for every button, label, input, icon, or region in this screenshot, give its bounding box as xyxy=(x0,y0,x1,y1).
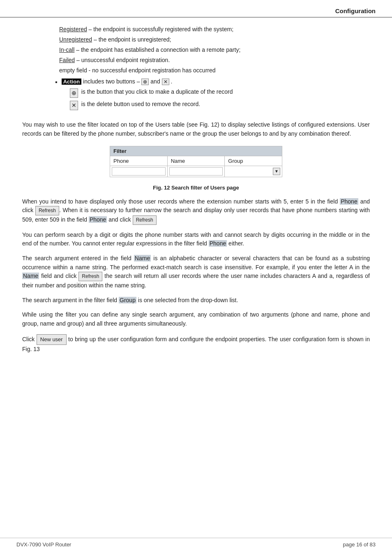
filter-phone-header: Phone xyxy=(110,156,168,166)
footer-page: page 16 of 83 xyxy=(343,541,376,548)
action-content: Action includes two buttons – ⊕ and ✕ . … xyxy=(62,78,370,112)
filter-intro-text: You may wish to use the filter located o… xyxy=(22,121,370,137)
group-highlight-1: Group xyxy=(119,297,136,303)
registered-label: Registered xyxy=(59,26,87,32)
action-text2: and xyxy=(150,78,161,85)
paragraph-search4: The search argument in the filter field … xyxy=(22,296,370,305)
phone-highlight-3: Phone xyxy=(209,240,227,247)
delete-button-icon[interactable]: ✕ xyxy=(162,79,169,85)
filter-column-row: Phone Name Group xyxy=(110,156,282,166)
refresh-button-3[interactable]: Refresh xyxy=(78,272,102,281)
paragraph-search1: When you intend to have displayed only t… xyxy=(22,197,370,225)
footer-product: DVX-7090 VoIP Router xyxy=(16,541,71,548)
name-highlight-2: Name xyxy=(22,273,39,279)
paragraph-new-user: Click New user to bring up the user conf… xyxy=(22,334,370,354)
filter-name-input[interactable] xyxy=(169,167,223,176)
delete-text: is the delete button used to remove the … xyxy=(81,100,201,109)
search2-text-a: You can perform search by a digit or dig… xyxy=(22,231,370,247)
status-unregistered: Unregistered – the endpoint is unregiste… xyxy=(59,35,370,44)
phone-highlight-1: Phone xyxy=(340,198,358,205)
paragraph-search2: You can perform search by a digit or dig… xyxy=(22,231,370,248)
filter-group-cell: ▼ xyxy=(225,166,282,177)
page-footer: DVX-7090 VoIP Router page 16 of 83 xyxy=(0,538,392,548)
copy-text: is the button that you click to make a d… xyxy=(81,88,233,96)
unregistered-text: – the endpoint is unregistered; xyxy=(92,36,171,43)
new-user-text-a: Click xyxy=(22,335,37,342)
filter-group-dropdown[interactable]: ▼ xyxy=(273,168,280,175)
filter-box-header: Filter xyxy=(110,146,282,156)
filter-group-header: Group xyxy=(225,156,282,166)
delete-explanation: ✕ is the delete button used to remove th… xyxy=(70,100,370,110)
filter-intro-paragraph: You may wish to use the filter located o… xyxy=(22,120,370,138)
copy-explanation: ⊕ is the button that you click to make a… xyxy=(70,88,370,98)
status-registered: Registered – the endpoint is successfull… xyxy=(59,25,370,34)
filter-name-cell xyxy=(168,166,225,177)
unregistered-label: Unregistered xyxy=(59,36,92,43)
failed-label: Failed xyxy=(59,57,75,63)
search1-text-c: . When it is necessary to further narrow… xyxy=(22,207,370,223)
delete-icon: ✕ xyxy=(70,101,78,110)
status-empty: empty field - no successful endpoint reg… xyxy=(59,66,370,75)
new-user-text-b: to bring up the user configuration form … xyxy=(22,335,370,352)
search4-text-a: The search argument in the filter field xyxy=(22,297,119,303)
incall-text: – the endpoint has established a connect… xyxy=(74,46,240,53)
search3-text-c: field and click xyxy=(39,273,78,279)
incall-label: In-call xyxy=(59,46,74,53)
action-bullet: ▪ Action includes two buttons – ⊕ and ✕ … xyxy=(55,78,370,112)
fig-caption: Fig. 12 Search filter of Users page xyxy=(22,185,370,191)
bullet-icon: ▪ xyxy=(55,79,58,86)
status-failed: Failed – unsuccessful endpoint registrat… xyxy=(59,56,370,65)
search2-text-b: either. xyxy=(227,240,244,247)
main-content: Registered – the endpoint is successfull… xyxy=(0,25,392,384)
status-list: Registered – the endpoint is successfull… xyxy=(59,25,370,75)
action-text1: includes two buttons – xyxy=(83,78,141,85)
filter-box: Filter Phone Name Group ▼ xyxy=(110,146,282,177)
refresh-button-1[interactable]: Refresh xyxy=(35,206,59,215)
status-section: Registered – the endpoint is successfull… xyxy=(55,25,370,112)
empty-text: empty field - no successful endpoint reg… xyxy=(59,67,216,74)
refresh-button-2[interactable]: Refresh xyxy=(133,215,157,225)
filter-phone-cell xyxy=(110,166,168,177)
registered-text: – the endpoint is successfully registere… xyxy=(87,26,233,32)
action-text3: . xyxy=(171,78,172,85)
search4-text-b: is one selected from the drop-down list. xyxy=(136,297,238,303)
copy-button-icon[interactable]: ⊕ xyxy=(141,79,149,85)
new-user-button[interactable]: New user xyxy=(37,334,67,345)
failed-text: – unsuccessful endpoint registration. xyxy=(75,57,170,63)
action-label: Action xyxy=(62,79,81,85)
filter-phone-input[interactable] xyxy=(112,167,166,176)
name-highlight-1: Name xyxy=(134,255,151,261)
phone-highlight-2: Phone xyxy=(89,216,107,223)
page-title: Configuration xyxy=(335,7,376,14)
search3-text-a: The search argument entered in the field xyxy=(22,255,134,261)
filter-figure: Filter Phone Name Group ▼ xyxy=(110,146,282,177)
page-header: Configuration xyxy=(0,0,392,18)
filter-input-row: ▼ xyxy=(110,166,282,177)
search1-text-d: and click xyxy=(107,216,132,223)
action-sub-section: ⊕ is the button that you click to make a… xyxy=(70,88,370,110)
status-incall: In-call – the endpoint has established a… xyxy=(59,46,370,54)
search1-text-a: When you intend to have displayed only t… xyxy=(22,198,340,205)
search5-text: While using the filter you can define an… xyxy=(22,311,370,327)
filter-name-header: Name xyxy=(168,156,225,166)
paragraph-search5: While using the filter you can define an… xyxy=(22,310,370,328)
copy-icon: ⊕ xyxy=(70,88,78,98)
paragraph-search3: The search argument entered in the field… xyxy=(22,254,370,290)
